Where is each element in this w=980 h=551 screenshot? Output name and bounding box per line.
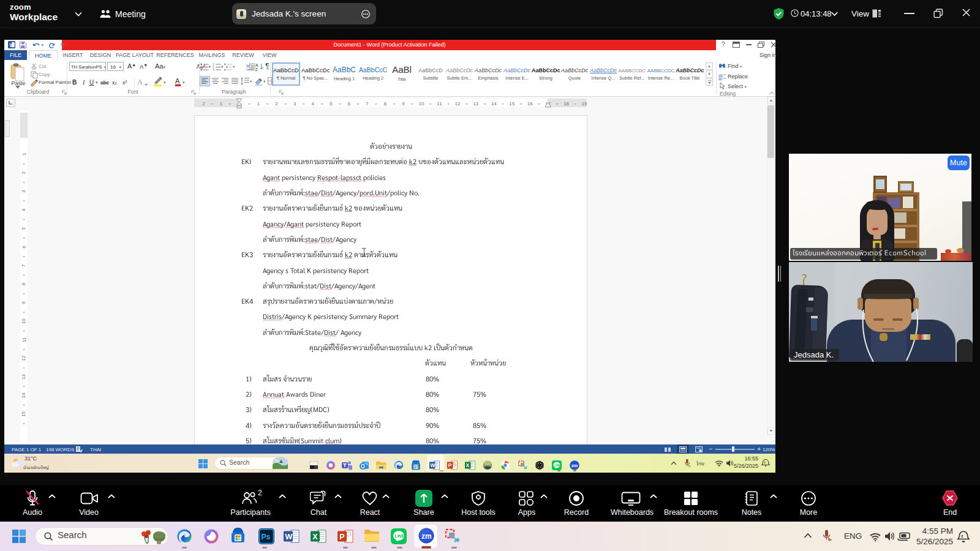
svg-text:8: 8	[21, 282, 27, 285]
svg-text:2: 2	[275, 101, 278, 107]
svg-text:4: 4	[311, 101, 314, 107]
svg-text:9: 9	[21, 301, 27, 304]
svg-text:zm: zm	[421, 532, 432, 541]
svg-text:z: z	[961, 534, 963, 538]
svg-text:8: 8	[384, 101, 387, 107]
svg-text:11: 11	[437, 101, 442, 107]
svg-text:5: 5	[330, 101, 333, 107]
svg-text:13: 13	[21, 374, 27, 380]
svg-text:16: 16	[527, 101, 533, 107]
svg-text:15: 15	[509, 101, 514, 107]
svg-text:7: 7	[366, 101, 369, 107]
svg-text:z: z	[764, 460, 766, 464]
svg-text:1: 1	[220, 101, 223, 107]
svg-text:LINE: LINE	[394, 534, 404, 538]
svg-text:10: 10	[21, 318, 27, 324]
svg-text:3: 3	[293, 101, 296, 107]
svg-text:7: 7	[21, 264, 26, 267]
svg-text:12: 12	[455, 101, 461, 107]
svg-text:Ps: Ps	[262, 533, 271, 541]
svg-text:ac: ac	[718, 77, 723, 80]
svg-text:14: 14	[21, 392, 27, 398]
svg-text:LINE: LINE	[554, 464, 560, 467]
svg-text:19: 19	[581, 101, 587, 107]
svg-text:5: 5	[21, 227, 27, 230]
svg-text:4: 4	[21, 208, 27, 211]
svg-text:11: 11	[21, 337, 27, 342]
svg-text:X: X	[312, 533, 318, 541]
svg-text:10: 10	[418, 101, 424, 107]
svg-text:1: 1	[257, 101, 260, 107]
svg-text:13: 13	[473, 101, 478, 107]
svg-text:15: 15	[21, 411, 27, 416]
svg-text:X: X	[466, 462, 470, 468]
svg-text:1: 1	[21, 152, 27, 156]
svg-text:18: 18	[564, 101, 569, 107]
svg-text:zm: zm	[571, 463, 578, 468]
svg-text:P: P	[339, 533, 344, 541]
svg-text:6: 6	[21, 246, 27, 249]
svg-text:2: 2	[21, 171, 27, 174]
svg-text:12: 12	[21, 355, 27, 361]
svg-text:2: 2	[203, 102, 205, 106]
svg-text:W: W	[10, 42, 15, 48]
svg-text:W: W	[430, 462, 435, 468]
svg-text:6: 6	[348, 101, 351, 107]
svg-text:P: P	[448, 462, 452, 468]
svg-text:9: 9	[402, 101, 405, 107]
svg-text:W: W	[285, 533, 293, 541]
svg-text:3: 3	[21, 190, 27, 193]
svg-text:14: 14	[491, 101, 497, 107]
